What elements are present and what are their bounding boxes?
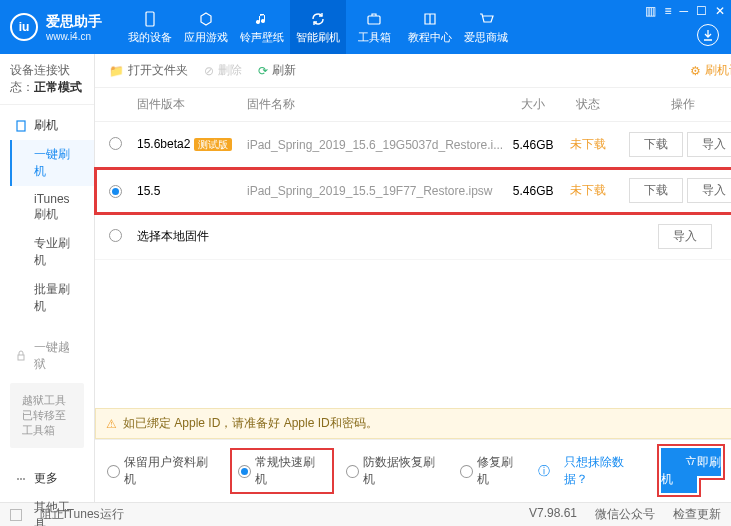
titlebar: iu 爱思助手 www.i4.cn 我的设备 应用游戏 铃声壁纸 智能刷机 工具…	[0, 0, 731, 54]
nav-ringtones[interactable]: 铃声壁纸	[234, 0, 290, 54]
skin-icon[interactable]: ≡	[664, 4, 671, 18]
content: 📁打开文件夹 ⊘删除 ⟳刷新 ⚙刷机设置 固件版本 固件名称 大小 状态 操作 …	[95, 54, 731, 502]
appleid-warning: ⚠ 如已绑定 Apple ID，请准备好 Apple ID和密码。 ✕	[95, 408, 731, 439]
firmware-size: 5.46GB	[503, 184, 563, 198]
col-size: 大小	[503, 96, 563, 113]
refresh-icon	[309, 10, 327, 28]
firmware-name: iPad_Spring_2019_15.6_19G5037d_Restore.i…	[247, 138, 503, 152]
music-icon	[253, 10, 271, 28]
help-icon[interactable]: ⓘ	[538, 463, 550, 480]
app-logo: iu	[10, 13, 38, 41]
svg-point-6	[23, 478, 25, 480]
sidebar-item-batch[interactable]: 批量刷机	[10, 275, 94, 321]
svg-rect-0	[146, 12, 154, 26]
app-url: www.i4.cn	[46, 31, 102, 42]
radio-icon	[238, 465, 251, 478]
col-ops: 操作	[613, 96, 731, 113]
opt-quick-flash[interactable]: 常规快速刷机	[232, 450, 332, 492]
brand-text: 爱思助手 www.i4.cn	[46, 13, 102, 42]
sidebar-group-jailbreak[interactable]: 一键越狱	[0, 333, 94, 379]
cart-icon	[477, 10, 495, 28]
download-button[interactable]: 下载	[629, 178, 683, 203]
download-manager-button[interactable]	[697, 24, 719, 46]
main-nav: 我的设备 应用游戏 铃声壁纸 智能刷机 工具箱 教程中心 爱思商城	[122, 0, 514, 54]
block-itunes-checkbox[interactable]	[10, 509, 22, 521]
block-itunes-label: 阻止iTunes运行	[40, 506, 124, 523]
opt-repair-flash[interactable]: 修复刷机	[460, 454, 524, 488]
check-update-link[interactable]: 检查更新	[673, 506, 721, 523]
warning-icon: ⚠	[106, 417, 117, 431]
download-button[interactable]: 下载	[629, 132, 683, 157]
sidebar-item-oneclick[interactable]: 一键刷机	[10, 140, 94, 186]
local-firmware-label: 选择本地固件	[137, 228, 613, 245]
version-label: V7.98.61	[529, 506, 577, 523]
firmware-status: 未下载	[563, 136, 613, 153]
import-button[interactable]: 导入	[658, 224, 712, 249]
jailbreak-note: 越狱工具已转移至工具箱	[10, 383, 84, 448]
nav-store[interactable]: 爱思商城	[458, 0, 514, 54]
opt-anti-recovery[interactable]: 防数据恢复刷机	[346, 454, 446, 488]
phone-icon	[141, 10, 159, 28]
refresh-small-icon: ⟳	[258, 64, 268, 78]
beta-badge: 测试版	[194, 138, 232, 151]
col-status: 状态	[563, 96, 613, 113]
svg-rect-3	[18, 355, 24, 360]
statusbar: 阻止iTunes运行 V7.98.61 微信公众号 检查更新	[0, 502, 731, 526]
book-icon	[421, 10, 439, 28]
connection-status: 设备连接状态：正常模式	[0, 54, 94, 105]
nav-flash[interactable]: 智能刷机	[290, 0, 346, 54]
svg-point-5	[20, 478, 22, 480]
window-controls: ▥ ≡ ─ ☐ ✕	[645, 4, 725, 18]
lock-icon	[14, 349, 28, 363]
radio-icon	[107, 465, 120, 478]
toolbar: 📁打开文件夹 ⊘删除 ⟳刷新 ⚙刷机设置	[95, 54, 731, 88]
wechat-link[interactable]: 微信公众号	[595, 506, 655, 523]
radio-icon	[460, 465, 473, 478]
table-row[interactable]: 15.5 iPad_Spring_2019_15.5_19F77_Restore…	[95, 168, 731, 214]
menu-icon[interactable]: ▥	[645, 4, 656, 18]
svg-point-4	[17, 478, 19, 480]
toolbox-icon	[365, 10, 383, 28]
refresh-button[interactable]: ⟳刷新	[258, 62, 296, 79]
sidebar: 设备连接状态：正常模式 刷机 一键刷机 iTunes刷机 专业刷机 批量刷机 一…	[0, 54, 95, 502]
delete-button[interactable]: ⊘删除	[204, 62, 242, 79]
download-icon	[702, 29, 714, 41]
nav-apps-games[interactable]: 应用游戏	[178, 0, 234, 54]
firmware-name: iPad_Spring_2019_15.5_19F77_Restore.ipsw	[247, 184, 503, 198]
table-header: 固件版本 固件名称 大小 状态 操作	[95, 88, 731, 122]
firmware-status: 未下载	[563, 182, 613, 199]
opt-keep-data[interactable]: 保留用户资料刷机	[107, 454, 218, 488]
open-folder-button[interactable]: 📁打开文件夹	[109, 62, 188, 79]
nav-toolbox[interactable]: 工具箱	[346, 0, 402, 54]
sidebar-group-more[interactable]: 更多	[0, 464, 94, 493]
firmware-size: 5.46GB	[503, 138, 563, 152]
import-button[interactable]: 导入	[687, 132, 731, 157]
svg-rect-2	[17, 121, 25, 131]
sidebar-group-flash[interactable]: 刷机	[0, 111, 94, 140]
nav-tutorials[interactable]: 教程中心	[402, 0, 458, 54]
flash-now-button[interactable]: 立即刷机	[661, 448, 721, 493]
row-radio[interactable]	[109, 137, 122, 150]
gear-icon: ⚙	[690, 64, 701, 78]
more-icon	[14, 472, 28, 486]
app-name: 爱思助手	[46, 13, 102, 31]
app-icon	[197, 10, 215, 28]
flash-settings-button[interactable]: ⚙刷机设置	[690, 62, 731, 79]
close-icon[interactable]: ✕	[715, 4, 725, 18]
sidebar-item-pro[interactable]: 专业刷机	[10, 229, 94, 275]
row-radio[interactable]	[109, 185, 122, 198]
table-row-local[interactable]: 选择本地固件 导入	[95, 214, 731, 260]
minimize-icon[interactable]: ─	[679, 4, 688, 18]
row-radio[interactable]	[109, 229, 122, 242]
erase-only-link[interactable]: 只想抹除数据？	[564, 454, 647, 488]
maximize-icon[interactable]: ☐	[696, 4, 707, 18]
nav-my-device[interactable]: 我的设备	[122, 0, 178, 54]
col-name: 固件名称	[247, 96, 503, 113]
flash-options: 保留用户资料刷机 常规快速刷机 防数据恢复刷机 修复刷机 ⓘ 只想抹除数据？ 立…	[95, 439, 731, 502]
import-button[interactable]: 导入	[687, 178, 731, 203]
radio-icon	[346, 465, 359, 478]
col-version: 固件版本	[137, 96, 247, 113]
table-row[interactable]: 15.6beta2测试版 iPad_Spring_2019_15.6_19G50…	[95, 122, 731, 168]
sidebar-item-itunes[interactable]: iTunes刷机	[10, 186, 94, 229]
flash-group-icon	[14, 119, 28, 133]
